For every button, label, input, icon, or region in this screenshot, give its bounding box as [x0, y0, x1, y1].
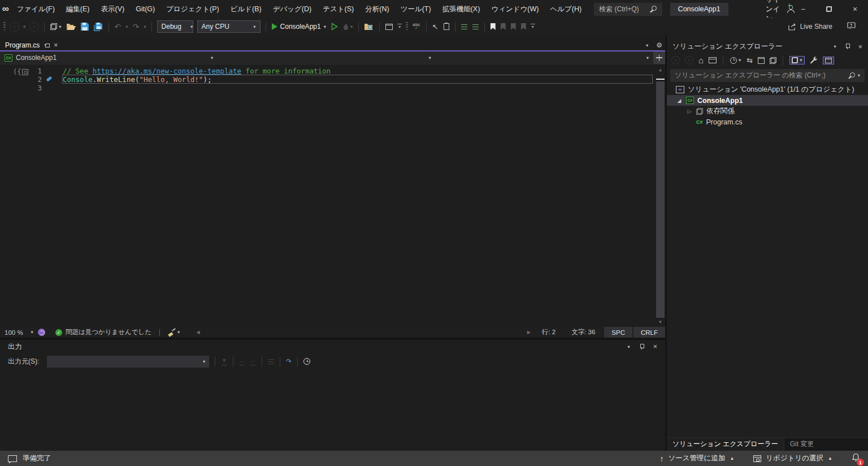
find-in-files-button[interactable]	[364, 22, 374, 32]
navigate-back-dropdown[interactable]: ▾	[23, 24, 25, 29]
hscroll-right-icon[interactable]: ▶	[524, 330, 534, 335]
menu-build[interactable]: ビルド(B)	[225, 0, 267, 18]
hot-reload-button[interactable]: ▾	[342, 22, 353, 32]
undo-dropdown[interactable]: ▾	[125, 24, 128, 29]
goto-message-button[interactable]: ▼	[221, 357, 227, 365]
toolbar-gripper[interactable]	[3, 22, 6, 32]
switch-views-icon[interactable]	[709, 57, 717, 63]
member-dropdown[interactable]: ▾	[436, 51, 653, 64]
pin-icon[interactable]	[844, 44, 850, 50]
save-all-button[interactable]	[93, 21, 103, 32]
start-without-debugging-button[interactable]	[331, 21, 338, 32]
window-position-dropdown[interactable]: ▾	[834, 44, 836, 49]
menu-file[interactable]: ファイル(F)	[11, 0, 60, 18]
properties-button[interactable]	[770, 57, 776, 64]
line-indicator[interactable]: 行: 2	[534, 328, 563, 336]
menu-help[interactable]: ヘルプ(H)	[544, 0, 587, 18]
pending-changes-filter-button[interactable]: ▾	[730, 56, 741, 65]
clipboard-history-button[interactable]	[443, 22, 450, 31]
navigate-back-button[interactable]: ‹	[10, 22, 19, 32]
navigate-forward-button[interactable]: ›	[29, 22, 39, 32]
menu-debug[interactable]: デバッグ(D)	[267, 0, 318, 18]
horizontal-scrollbar[interactable]	[203, 327, 524, 338]
outline-widget[interactable]: ({	[13, 68, 28, 76]
output-panel-header[interactable]: 出力 ▾ ×	[0, 340, 665, 353]
close-icon[interactable]: ×	[858, 43, 862, 51]
quick-search-input[interactable]: 検索 (Ctrl+Q)	[594, 3, 662, 16]
minimize-button[interactable]: −	[790, 0, 816, 18]
menu-test[interactable]: テスト(S)	[317, 0, 359, 18]
menu-view[interactable]: 表示(V)	[96, 0, 131, 18]
redo-dropdown[interactable]: ▾	[144, 24, 146, 29]
menu-analyze[interactable]: 分析(N)	[359, 0, 394, 18]
explorer-back-button[interactable]: ‹	[671, 56, 680, 64]
scroll-down-icon[interactable]: ▼	[656, 318, 665, 326]
pin-icon[interactable]	[639, 344, 645, 350]
settings-wrench-icon[interactable]	[810, 57, 818, 64]
start-debugging-button[interactable]: ConsoleApp1 ▾	[271, 21, 327, 32]
tab-solution-explorer[interactable]: ソリューション エクスプローラー	[667, 438, 784, 451]
space-mode-toggle[interactable]: SPC	[604, 327, 632, 338]
collapse-all-button[interactable]	[758, 57, 765, 64]
file-nesting-toggle[interactable]: ▾	[789, 56, 804, 64]
select-repository-button[interactable]: リポジトリの選択 ▲	[753, 454, 832, 463]
home-icon[interactable]: ⌂	[698, 55, 704, 65]
zoom-level-select[interactable]: 100 %▾	[0, 329, 38, 336]
toolbar-gripper-2[interactable]	[406, 22, 408, 32]
explorer-forward-button[interactable]: ›	[685, 56, 693, 64]
clear-bookmarks-button[interactable]	[520, 22, 527, 31]
spell-check-button[interactable]: abc✓	[412, 21, 421, 32]
output-source-select[interactable]: ▾	[47, 356, 209, 368]
expanded-icon[interactable]: ◢	[676, 98, 683, 103]
solution-platform-select[interactable]: Any CPU▾	[197, 20, 261, 33]
document-list-dropdown[interactable]: ▾	[646, 43, 648, 48]
split-window-button[interactable]	[653, 51, 665, 64]
toggle-bookmark-button[interactable]	[490, 22, 496, 31]
tab-git-changes[interactable]: Git 変更	[784, 438, 820, 451]
menu-extensions[interactable]: 拡張機能(X)	[437, 0, 486, 18]
document-health-indicator[interactable]: ✓ 問題は見つかりませんでした	[55, 328, 151, 336]
word-wrap-button[interactable]: ↷	[286, 357, 292, 365]
previous-message-button[interactable]: ←	[239, 357, 245, 365]
previous-bookmark-button[interactable]	[500, 22, 506, 31]
selection-mode-button[interactable]: ↖	[432, 21, 439, 32]
menu-window[interactable]: ウィンドウ(W)	[485, 0, 544, 18]
clear-all-button[interactable]	[268, 359, 274, 364]
pin-icon[interactable]	[44, 42, 50, 48]
decrease-indent-button[interactable]	[461, 23, 468, 31]
solution-explorer-window-button[interactable]	[385, 23, 393, 31]
add-to-source-control-button[interactable]: ↑ ソース管理に追加 ▲	[660, 454, 735, 463]
solution-search-input[interactable]: ソリューション エクスプローラー の検索 (Ctrl+;) ▾	[670, 69, 865, 82]
toolbar-overflow-2[interactable]: ▾	[531, 24, 535, 30]
scrollbar-thumb[interactable]	[656, 81, 665, 318]
close-icon[interactable]: ×	[54, 42, 58, 49]
output-content[interactable]	[0, 369, 665, 451]
save-button[interactable]	[80, 21, 89, 32]
feedback-console-icon[interactable]	[8, 455, 17, 462]
line-ending-toggle[interactable]: CRLF	[633, 327, 665, 338]
undo-button[interactable]: ↶	[114, 21, 122, 32]
tree-node-program-cs[interactable]: C# Program.cs	[667, 116, 868, 127]
menu-project[interactable]: プロジェクト(P)	[160, 0, 224, 18]
tree-node-dependencies[interactable]: ▷ 依存関係	[667, 106, 868, 116]
scroll-up-icon[interactable]: ▲	[656, 66, 665, 74]
toolbar-overflow[interactable]: ▾	[397, 24, 402, 30]
collapsed-icon[interactable]: ▷	[686, 109, 693, 114]
sync-with-active-document-button[interactable]: ⇆	[747, 56, 753, 64]
send-feedback-button[interactable]	[847, 22, 856, 31]
menu-git[interactable]: Git(G)	[130, 0, 160, 18]
type-dropdown[interactable]: ▾	[218, 51, 435, 64]
menu-edit[interactable]: 編集(E)	[60, 0, 96, 18]
code-link[interactable]: https://aka.ms/new-console-template	[93, 67, 241, 75]
code-editor[interactable]: ({ 1 // See https://aka.ms/new-console-t…	[0, 64, 665, 327]
increase-indent-button[interactable]	[472, 23, 479, 31]
vertical-scrollbar[interactable]: ▲ ▼	[656, 64, 665, 327]
new-project-button[interactable]: ▾	[50, 22, 62, 31]
menu-tools[interactable]: ツール(T)	[395, 0, 437, 18]
tree-node-solution[interactable]: ∞ ソリューション 'ConsoleApp1' (1/1 のプロジェクト)	[667, 84, 868, 95]
open-file-button[interactable]	[66, 22, 76, 32]
next-message-button[interactable]: →	[250, 357, 256, 365]
hscroll-left-icon[interactable]: ◀	[193, 330, 203, 335]
next-bookmark-button[interactable]	[510, 22, 517, 31]
live-share-button[interactable]: Live Share	[788, 23, 832, 31]
